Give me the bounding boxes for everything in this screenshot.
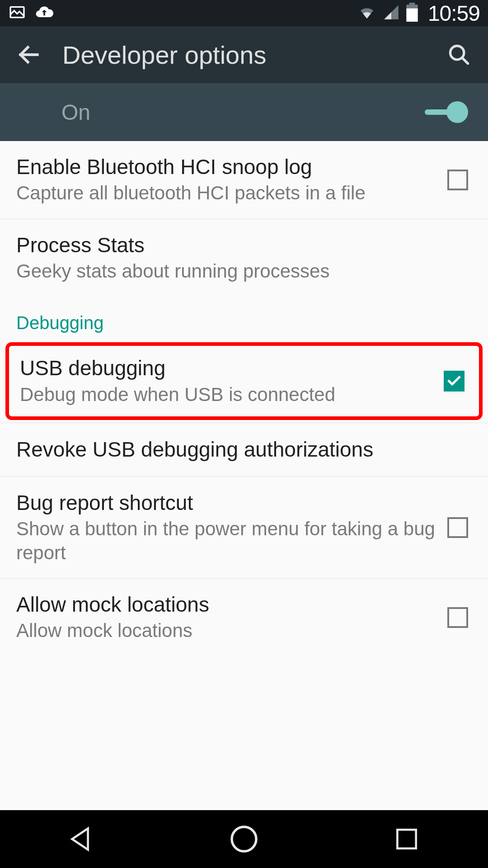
item-title: Bug report shortcut <box>16 491 438 515</box>
item-subtitle: Allow mock locations <box>16 619 438 643</box>
list-item-process-stats[interactable]: Process Stats Geeky stats about running … <box>0 219 488 297</box>
svg-rect-6 <box>397 830 416 848</box>
item-title: Revoke USB debugging authorizations <box>16 437 463 462</box>
section-header-debugging: Debugging <box>0 297 488 340</box>
item-title: Process Stats <box>16 233 463 258</box>
back-button[interactable] <box>13 38 45 71</box>
svg-point-5 <box>232 827 256 851</box>
item-subtitle: Capture all bluetooth HCI packets in a f… <box>16 181 438 205</box>
clock-text: 10:59 <box>428 1 480 26</box>
svg-rect-2 <box>406 9 418 22</box>
list-item-bug-report[interactable]: Bug report shortcut Show a button in the… <box>0 477 488 579</box>
checkbox[interactable] <box>444 371 465 392</box>
wifi-icon <box>357 3 376 24</box>
item-subtitle: Show a button in the power menu for taki… <box>16 517 438 565</box>
cell-signal-icon <box>383 4 400 23</box>
search-button[interactable] <box>443 38 475 71</box>
status-bar: 10:59 <box>0 0 488 26</box>
item-subtitle: Debug mode when USB is connected <box>20 383 435 407</box>
svg-rect-3 <box>409 3 415 5</box>
settings-list: Enable Bluetooth HCI snoop log Capture a… <box>0 141 488 810</box>
checkbox[interactable] <box>447 607 468 628</box>
item-title: Enable Bluetooth HCI snoop log <box>16 155 438 179</box>
image-icon <box>8 3 26 23</box>
cloud-upload-icon <box>34 2 54 24</box>
item-subtitle: Geeky stats about running processes <box>16 259 463 283</box>
item-title: Allow mock locations <box>16 592 438 617</box>
nav-back-button[interactable] <box>45 816 117 862</box>
app-bar: Developer options <box>0 26 488 83</box>
nav-home-button[interactable] <box>208 816 280 862</box>
master-switch-row[interactable]: On <box>0 83 488 141</box>
item-title: USB debugging <box>20 356 435 381</box>
navigation-bar <box>0 810 488 868</box>
page-title: Developer options <box>62 40 266 70</box>
list-item-bt-hci[interactable]: Enable Bluetooth HCI snoop log Capture a… <box>0 141 488 219</box>
master-switch-label: On <box>61 100 90 125</box>
list-item-revoke-usb[interactable]: Revoke USB debugging authorizations <box>0 423 488 477</box>
highlight-annotation: USB debugging Debug mode when USB is con… <box>5 342 483 420</box>
checkbox[interactable] <box>447 170 468 190</box>
nav-recent-button[interactable] <box>371 816 443 862</box>
list-item-usb-debugging[interactable]: USB debugging Debug mode when USB is con… <box>9 346 479 416</box>
battery-icon <box>406 3 418 24</box>
list-item-mock-locations[interactable]: Allow mock locations Allow mock location… <box>0 579 488 647</box>
checkbox[interactable] <box>447 517 468 538</box>
master-switch[interactable] <box>423 101 468 123</box>
